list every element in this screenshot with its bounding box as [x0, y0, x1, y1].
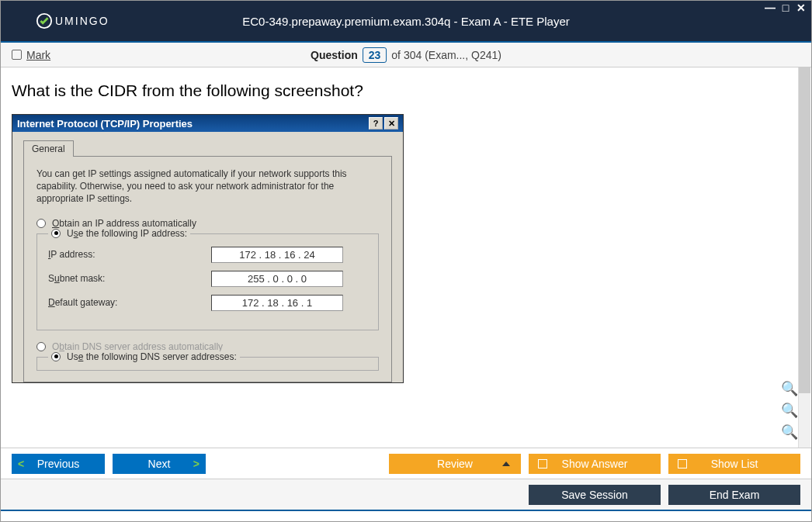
obtain-dns-radio-row: Obtain DNS server address automatically — [36, 341, 379, 352]
obtain-dns-label: Obtain DNS server address automatically — [52, 341, 223, 352]
review-button[interactable]: Review — [389, 454, 521, 474]
use-dns-label: Use the following DNS server addresses: — [67, 351, 237, 362]
title-bar: UMINGO EC0-349.prepaway.premium.exam.304… — [1, 1, 811, 43]
gateway-label: Default gateway: — [48, 297, 211, 308]
maximize-button[interactable]: □ — [780, 2, 791, 13]
chevron-left-icon: < — [18, 458, 24, 470]
search-icon[interactable]: 🔍 — [782, 381, 797, 396]
mark-checkbox[interactable] — [12, 50, 22, 60]
logo-text: UMINGO — [55, 15, 109, 27]
mark-label[interactable]: Mark — [26, 49, 50, 61]
footer-nav: < Previous Next > Review Show Answer Sho… — [1, 448, 811, 479]
radio-icon[interactable] — [51, 229, 61, 238]
subnet-label: Subnet mask: — [48, 273, 211, 284]
chevron-right-icon: > — [193, 458, 200, 470]
subnet-input[interactable]: 255 . 0 . 0 . 0 — [211, 271, 343, 287]
zoom-out-icon[interactable]: 🔍 — [782, 424, 797, 440]
question-label: Question — [311, 49, 358, 61]
obtain-ip-label: Obtain an IP address automatically — [52, 218, 196, 229]
close-icon[interactable]: ✕ — [384, 117, 398, 130]
zoom-controls: 🔍 🔍 🔍 — [782, 381, 797, 440]
footer-session: Save Session End Exam — [1, 479, 811, 511]
help-icon[interactable]: ? — [369, 117, 383, 130]
end-exam-button[interactable]: End Exam — [668, 485, 800, 505]
app-logo: UMINGO — [36, 12, 109, 29]
radio-icon[interactable] — [51, 352, 61, 361]
zoom-in-icon[interactable]: 🔍 — [782, 403, 797, 418]
question-counter: Question 23 of 304 (Exam..., Q241) — [311, 47, 501, 63]
obtain-ip-radio-row[interactable]: Obtain an IP address automatically — [36, 218, 379, 229]
window-controls: — □ ✕ — [765, 2, 807, 13]
checkbox-icon — [538, 459, 547, 468]
general-tab[interactable]: General — [23, 140, 74, 157]
use-ip-fieldset: Use the following IP address: IP address… — [36, 233, 379, 330]
question-text: What is the CIDR from the following scre… — [12, 81, 800, 100]
use-dns-radio-row[interactable]: Use the following DNS server addresses: — [48, 351, 240, 362]
next-button[interactable]: Next > — [113, 454, 206, 474]
ip-address-input[interactable]: 172 . 18 . 16 . 24 — [211, 247, 343, 263]
scrollbar[interactable] — [798, 67, 810, 448]
tcpip-title-text: Internet Protocol (TCP/IP) Properties — [17, 118, 193, 130]
show-answer-button[interactable]: Show Answer — [529, 454, 661, 474]
tcpip-properties-window: Internet Protocol (TCP/IP) Properties ? … — [12, 114, 404, 383]
tcpip-title-bar: Internet Protocol (TCP/IP) Properties ? … — [12, 115, 403, 132]
save-session-button[interactable]: Save Session — [529, 485, 661, 505]
window-title: EC0-349.prepaway.premium.exam.304q - Exa… — [242, 15, 570, 28]
question-number: 23 — [363, 47, 387, 63]
question-header: Mark Question 23 of 304 (Exam..., Q241) — [1, 43, 811, 67]
previous-button[interactable]: < Previous — [12, 454, 105, 474]
use-ip-label: Use the following IP address: — [67, 228, 187, 239]
gateway-input[interactable]: 172 . 18 . 16 . 1 — [211, 295, 343, 311]
show-list-button[interactable]: Show List — [668, 454, 800, 474]
question-total: of 304 (Exam..., Q241) — [391, 49, 501, 61]
close-button[interactable]: ✕ — [796, 2, 807, 13]
use-ip-radio-row[interactable]: Use the following IP address: — [48, 228, 190, 239]
logo-checkmark-icon — [36, 12, 53, 29]
content-area: What is the CIDR from the following scre… — [1, 67, 811, 448]
scroll-thumb[interactable] — [799, 67, 810, 393]
triangle-up-icon — [502, 462, 510, 466]
minimize-button[interactable]: — — [765, 2, 776, 13]
radio-icon — [36, 342, 46, 351]
use-dns-fieldset: Use the following DNS server addresses: — [36, 357, 379, 371]
tab-content: You can get IP settings assigned automat… — [23, 156, 392, 382]
checkbox-icon — [678, 459, 687, 468]
radio-icon[interactable] — [36, 219, 46, 228]
description-text: You can get IP settings assigned automat… — [36, 168, 379, 206]
ip-address-label: IP address: — [48, 249, 211, 260]
